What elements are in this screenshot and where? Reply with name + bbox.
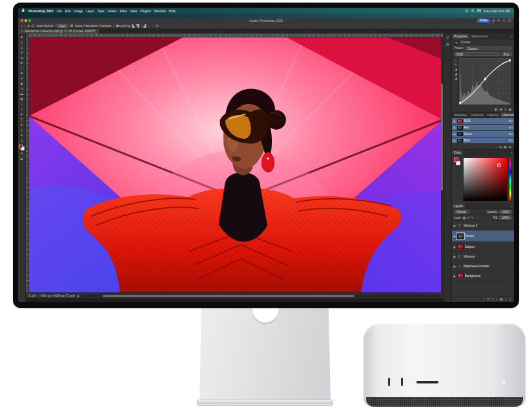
color-picker-ring[interactable] <box>497 163 501 167</box>
blur-tool[interactable]: ◔ <box>19 102 25 107</box>
visibility-eye-icon[interactable]: ◉ <box>453 265 456 268</box>
foreground-color-swatch[interactable] <box>454 158 458 162</box>
visibility-eye-icon[interactable]: ◉ <box>453 139 456 142</box>
gradient-tool[interactable]: ▨ <box>19 97 25 101</box>
layer-row-vibrance[interactable]: ◉ ▽ Vibrance <box>452 252 514 261</box>
opacity-dropdown[interactable]: 100% <box>499 210 512 214</box>
white-point-eyedropper-icon[interactable]: ◢ <box>455 77 456 80</box>
type-tool[interactable]: T <box>19 117 25 122</box>
menu-bar-clock[interactable]: Tue 1 Apr 9:41 AM <box>484 9 510 13</box>
visibility-eye-icon[interactable]: ◉ <box>453 255 456 258</box>
workspace-switcher-icon[interactable] <box>507 19 511 23</box>
gray-point-eyedropper-icon[interactable]: ◢ <box>455 72 456 76</box>
blend-mode-dropdown[interactable]: Normal <box>454 210 469 214</box>
align-left-icon[interactable]: �working <box>116 25 130 28</box>
menu-item-type[interactable]: Type <box>97 9 105 13</box>
delete-channel-icon[interactable]: ▤ <box>509 145 511 148</box>
quick-mask-icon[interactable]: ◳ <box>19 151 25 156</box>
visibility-eye-icon[interactable]: ◉ <box>453 132 456 136</box>
libraries-panel-icon[interactable]: ▤ <box>446 42 449 46</box>
black-point-eyedropper-icon[interactable]: ◢ <box>455 68 456 71</box>
visibility-eye-icon[interactable]: ◉ <box>453 234 456 238</box>
menu-item-window[interactable]: Window <box>154 9 166 13</box>
channel-row-blue[interactable]: ◉ Blue ⌘5 <box>452 138 514 144</box>
menu-item-filter[interactable]: Filter <box>119 9 127 13</box>
panel-menu-icon[interactable]: ≡ <box>509 34 514 39</box>
quick-select-tool[interactable]: ✦ <box>19 50 25 55</box>
fg-bg-swatches[interactable] <box>454 158 462 201</box>
move-tool[interactable]: ✥ <box>19 35 25 39</box>
vertical-scrollbar[interactable] <box>441 37 443 292</box>
lock-paint-icon[interactable]: ✎ <box>471 216 473 219</box>
tab-layers[interactable]: Layers <box>452 203 465 209</box>
auto-button[interactable]: Auto <box>501 52 512 56</box>
lock-position-icon[interactable]: ✛ <box>467 216 469 219</box>
tab-patterns[interactable]: Patterns <box>486 112 500 117</box>
zoom-window-button[interactable] <box>28 19 31 22</box>
menu-item-image[interactable]: Image <box>74 9 83 13</box>
load-selection-icon[interactable]: ◌ <box>496 145 498 148</box>
visibility-eye-icon[interactable]: ◉ <box>453 245 456 249</box>
tab-swatches[interactable]: Swatches <box>452 112 469 117</box>
path-select-tool[interactable]: ➤ <box>19 123 25 127</box>
layer-style-fx-icon[interactable]: fx <box>487 298 489 301</box>
document-tab[interactable]: × Fall-Winter-Collection.psd @ 71.1% (Cu… <box>18 29 100 34</box>
fill-dropdown[interactable]: 100% <box>499 216 512 219</box>
menu-item-plugins[interactable]: Plugins <box>140 9 150 13</box>
history-brush-tool[interactable]: ↺ <box>19 87 25 91</box>
layer-row-brightness[interactable]: ◉ ◑ Brightness/Contrast <box>452 261 514 271</box>
layer-row-curves[interactable]: ◉ ∿ Curves <box>452 230 514 242</box>
channel-dropdown[interactable]: RGB <box>454 52 500 56</box>
discover-lightbulb-icon[interactable] <box>502 19 506 23</box>
hand-tool[interactable]: ✣ <box>19 133 25 138</box>
tab-color[interactable]: Color <box>452 150 463 155</box>
clip-to-layer-icon[interactable]: ◧ <box>495 108 497 111</box>
move-tool-icon[interactable]: ✥ <box>27 25 30 28</box>
search-icon[interactable] <box>497 19 500 23</box>
layer-row-vibrance2[interactable]: ◉ ▽ Vibrance 2 <box>452 221 514 230</box>
visibility-eye-icon[interactable]: ◉ <box>453 274 456 278</box>
channel-row-red[interactable]: ◉ Red ⌘3 <box>452 125 514 131</box>
screen-mode-icon[interactable]: ⬓ <box>19 156 25 161</box>
layer-name[interactable]: Curves <box>465 234 513 238</box>
visibility-eye-icon[interactable]: ◉ <box>453 224 456 227</box>
eraser-tool[interactable]: ▬ <box>19 92 25 96</box>
clone-stamp-tool[interactable]: ◉ <box>19 81 25 86</box>
layer-row-background[interactable]: ◉ Background <box>452 271 514 281</box>
curve-point-tool-icon[interactable]: ∿ <box>455 59 457 62</box>
visibility-eye-icon[interactable]: ◉ <box>453 119 456 123</box>
eyedropper-tool[interactable]: ◗ <box>19 66 25 70</box>
saturation-square[interactable] <box>463 158 507 201</box>
layer-name[interactable]: Brightness/Contrast <box>464 265 513 268</box>
layer-thumbnail[interactable] <box>457 244 464 249</box>
new-layer-icon[interactable]: ＋ <box>505 298 508 301</box>
healing-brush-tool[interactable]: ✚ <box>19 71 25 76</box>
delete-adjustment-icon[interactable]: ▣ <box>509 108 511 111</box>
menu-item-help[interactable]: Help <box>169 9 176 13</box>
3d-mode-gear-icon[interactable]: ⚙ <box>156 25 158 28</box>
panel-menu-icon[interactable]: ≡ <box>509 150 514 155</box>
visibility-toggle-icon[interactable]: ◉ <box>500 108 502 111</box>
tab-properties[interactable]: Properties <box>452 34 469 39</box>
color-swatches[interactable] <box>19 145 25 150</box>
menu-item-file[interactable]: File <box>57 9 62 13</box>
tab-gradients[interactable]: Gradients <box>469 112 486 117</box>
curves-layer-thumbnail[interactable]: ∿ <box>457 234 464 239</box>
menu-item-app[interactable]: Photoshop 2025 <box>28 9 54 13</box>
menu-item-select[interactable]: Select <box>108 9 117 13</box>
frame-tool[interactable]: ⊞ <box>19 61 25 65</box>
layer-name[interactable]: Background <box>465 274 513 278</box>
minimize-window-button[interactable] <box>25 19 27 22</box>
apple-menu-icon[interactable] <box>22 8 25 13</box>
home-icon[interactable]: ⌂ <box>21 25 23 28</box>
brush-tool[interactable]: ✎ <box>19 76 25 81</box>
zoom-tool[interactable]: ◎ <box>19 138 25 143</box>
hue-slider[interactable] <box>509 158 512 201</box>
link-layers-icon[interactable]: ∽ <box>482 298 485 301</box>
dodge-tool[interactable]: ◑ <box>19 107 25 112</box>
search-icon[interactable] <box>471 9 475 13</box>
tab-adjustments[interactable]: Adjustments <box>469 34 489 39</box>
menu-item-layer[interactable]: Layer <box>86 9 94 13</box>
auto-select-dropdown[interactable]: Layer <box>56 24 68 28</box>
layer-name[interactable]: Subject <box>465 245 513 249</box>
